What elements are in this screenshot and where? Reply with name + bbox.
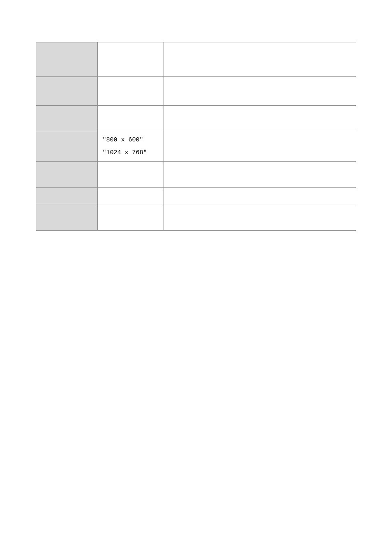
row-3-col-1: [36, 106, 97, 131]
table-row: "800 x 600" "1024 x 768": [36, 131, 356, 162]
row-1-col-2: [97, 42, 164, 77]
row-2-col-3: [164, 77, 356, 106]
row-3-col-2: [97, 106, 164, 131]
table: "800 x 600" "1024 x 768": [36, 42, 356, 231]
table-row: [36, 42, 356, 77]
table-row: [36, 77, 356, 106]
row-4-col-1: [36, 131, 97, 162]
row-4-col-3: [164, 131, 356, 162]
row-5-col-1: [36, 162, 97, 188]
row-4-col-2: "800 x 600" "1024 x 768": [97, 131, 164, 162]
table-row: [36, 162, 356, 188]
resolution-value-2: "1024 x 768": [103, 149, 147, 156]
row-5-col-2: [97, 162, 164, 188]
table-row: [36, 106, 356, 131]
row-6-col-2: [97, 188, 164, 204]
attribute-table: "800 x 600" "1024 x 768": [36, 42, 356, 231]
row-2-col-1: [36, 77, 97, 106]
row-1-col-1: [36, 42, 97, 77]
row-3-col-3: [164, 106, 356, 131]
row-7-col-2: [97, 204, 164, 231]
row-1-col-3: [164, 42, 356, 77]
row-7-col-1: [36, 204, 97, 231]
row-2-col-2: [97, 77, 164, 106]
table-row: [36, 188, 356, 204]
row-6-col-1: [36, 188, 97, 204]
row-6-col-3: [164, 188, 356, 204]
resolution-value-1: "800 x 600": [103, 136, 143, 143]
table-row: [36, 204, 356, 231]
row-5-col-3: [164, 162, 356, 188]
row-7-col-3: [164, 204, 356, 231]
